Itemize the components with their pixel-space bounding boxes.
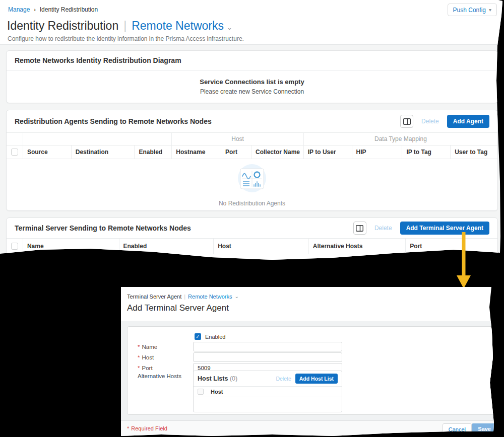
chevron-down-icon: ▾ <box>489 8 491 13</box>
save-button[interactable]: Save <box>472 423 497 434</box>
breadcrumb-divider: | <box>184 294 185 300</box>
diagram-empty-title: Service Connections list is empty <box>200 78 304 86</box>
port-label: *Port <box>138 365 153 371</box>
enabled-checkbox[interactable]: ✓ <box>195 333 201 340</box>
col-alternative-hosts[interactable]: Alternative Hosts <box>308 239 406 254</box>
cancel-button[interactable]: Cancel <box>443 423 472 435</box>
diagram-card-header: Remote Networks Identity Redistribution … <box>7 51 497 70</box>
agents-group-header-row: Host Data Type Mapping <box>7 132 497 145</box>
dialog-footer: *Required Field Cancel Save <box>121 420 498 437</box>
add-agent-button[interactable]: Add Agent <box>447 115 489 128</box>
host-lists-box: Host Lists (0) Delete Add Host List Host <box>193 371 342 412</box>
columns-icon <box>356 225 363 232</box>
col-hip[interactable]: HIP <box>352 145 402 159</box>
col-user-to-tag[interactable]: User to Tag <box>450 145 497 159</box>
select-all-checkbox[interactable] <box>198 389 204 395</box>
host-lists-count: (0) <box>230 375 237 382</box>
add-terminal-server-agent-dialog: Terminal Server Agent | Remote Networks … <box>121 287 498 437</box>
col-host[interactable]: Host <box>211 389 223 395</box>
terminal-card-title: Terminal Server Sending to Remote Networ… <box>15 224 191 232</box>
agents-card-header: Redistribution Agents Sending to Remote … <box>7 110 497 132</box>
push-config-button[interactable]: Push Config ▾ <box>448 4 497 16</box>
dialog-breadcrumb: Terminal Server Agent | Remote Networks … <box>127 294 239 300</box>
required-field-note: *Required Field <box>127 425 167 431</box>
host-lists-title: Host Lists (0) <box>198 375 237 382</box>
dialog-form-panel: ✓ Enabled *Name *Host *Port Alternative … <box>127 326 494 415</box>
push-config-label: Push Config <box>453 7 486 14</box>
delete-host-list-button[interactable]: Delete <box>276 376 291 382</box>
page-title-text: Identity Redistribution <box>7 19 118 33</box>
title-divider: | <box>123 19 127 33</box>
agents-column-header-row: Source Destination Enabled Hostname Port… <box>7 145 497 159</box>
col-port[interactable]: Port <box>221 145 251 159</box>
select-all-checkbox[interactable] <box>11 149 18 156</box>
col-ip-to-user[interactable]: IP to User <box>303 145 352 159</box>
breadcrumb: Manage › Identity Redistribution <box>8 6 98 13</box>
agents-empty-text: No Redistribution Agents <box>219 200 285 207</box>
terminal-card: Terminal Server Sending to Remote Networ… <box>6 217 498 265</box>
name-label: *Name <box>138 344 157 350</box>
annotated-screenshot-canvas: Manage › Identity Redistribution Push Co… <box>0 0 504 437</box>
dialog-scope-selector[interactable]: Remote Networks <box>188 294 232 300</box>
column-settings-button[interactable] <box>353 222 366 235</box>
required-note-text: Required Field <box>131 425 167 431</box>
required-marker: * <box>138 365 140 371</box>
dialog-title: Add Terminal Server Agent <box>127 303 229 313</box>
required-marker: * <box>138 354 140 360</box>
page-title: Identity Redistribution | Remote Network… <box>7 19 232 33</box>
col-name[interactable]: Name <box>23 239 119 254</box>
select-all-cell <box>7 145 23 159</box>
host-input[interactable] <box>193 352 342 362</box>
page-subtitle: Configure how to redistribute the identi… <box>8 35 244 42</box>
scope-selector[interactable]: Remote Networks ⌄ <box>132 19 232 33</box>
enabled-field: ✓ Enabled <box>195 333 225 340</box>
col-source[interactable]: Source <box>23 145 71 159</box>
col-hostname[interactable]: Hostname <box>171 145 221 159</box>
col-port[interactable]: Port <box>405 239 497 254</box>
agents-card-title: Redistribution Agents Sending to Remote … <box>15 117 212 125</box>
host-label-text: Host <box>142 354 154 360</box>
add-terminal-server-agent-button[interactable]: Add Terminal Server Agent <box>400 222 489 235</box>
enabled-label: Enabled <box>205 334 225 340</box>
terminal-card-header: Terminal Server Sending to Remote Networ… <box>7 218 497 238</box>
breadcrumb-current: Identity Redistribution <box>40 6 98 13</box>
delete-terminal-agents-button[interactable]: Delete <box>371 225 395 232</box>
terminal-column-header-row: Name Enabled Host Alternative Hosts Port <box>7 238 497 254</box>
group-header-data-type-mapping: Data Type Mapping <box>303 133 497 145</box>
diagram-empty-state: Service Connections list is empty Please… <box>7 70 497 103</box>
select-all-checkbox[interactable] <box>11 243 18 250</box>
col-destination[interactable]: Destination <box>71 145 135 159</box>
col-enabled[interactable]: Enabled <box>134 145 171 159</box>
name-label-text: Name <box>142 344 157 350</box>
chevron-right-icon: › <box>34 7 35 13</box>
required-marker: * <box>138 344 140 350</box>
annotation-arrow-icon <box>453 232 475 289</box>
no-data-chart-icon <box>234 163 270 196</box>
columns-icon <box>403 118 411 125</box>
host-lists-title-text: Host Lists <box>198 375 228 382</box>
dialog-body: ✓ Enabled *Name *Host *Port Alternative … <box>121 321 498 420</box>
host-lists-column-header-row: Host <box>194 386 342 397</box>
delete-agents-button[interactable]: Delete <box>418 118 442 125</box>
col-host[interactable]: Host <box>213 239 308 254</box>
breadcrumb-manage-link[interactable]: Manage <box>8 6 30 13</box>
col-enabled[interactable]: Enabled <box>119 239 214 254</box>
diagram-card-title: Remote Networks Identity Redistribution … <box>15 56 181 64</box>
select-all-cell <box>7 239 23 254</box>
group-spacer <box>7 133 23 145</box>
col-collector-name[interactable]: Collector Name <box>251 145 303 159</box>
add-host-list-button[interactable]: Add Host List <box>295 374 338 384</box>
host-lists-header: Host Lists (0) Delete Add Host List <box>194 371 342 386</box>
dialog-breadcrumb-title: Terminal Server Agent <box>127 294 181 300</box>
column-settings-button[interactable] <box>400 115 413 128</box>
group-header-host: Host <box>171 133 303 145</box>
diagram-empty-subtitle: Please create new Service Connection <box>200 88 304 95</box>
alternative-hosts-label: Alternative Hosts <box>138 373 181 379</box>
col-ip-to-tag[interactable]: IP to Tag <box>402 145 450 159</box>
name-input[interactable] <box>193 342 342 351</box>
group-spacer <box>23 133 171 145</box>
agents-card: Redistribution Agents Sending to Remote … <box>6 110 498 211</box>
port-label-text: Port <box>142 365 152 371</box>
agents-empty-state: No Redistribution Agents <box>7 159 497 210</box>
page-header: Manage › Identity Redistribution Push Co… <box>0 0 504 45</box>
